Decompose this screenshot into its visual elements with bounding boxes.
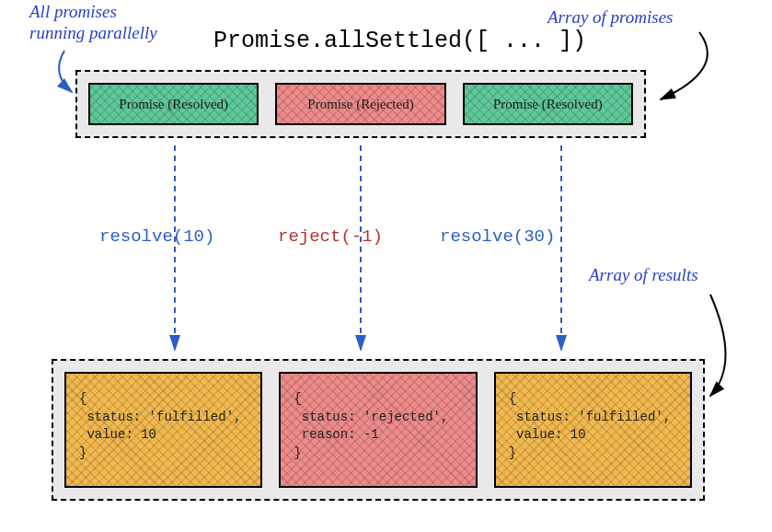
promise-label: Promise (Rejected) [307, 97, 413, 112]
annotation-array-promises: Array of promises [547, 7, 674, 29]
code-title: Promise.allSettled([ ... ]) [213, 28, 586, 54]
result-text: { status: 'fulfilled', value: 10 } [509, 391, 671, 460]
arrow-icon [661, 32, 708, 99]
promise-resolved-1: Promise (Resolved) [88, 83, 259, 125]
result-fulfilled-1: { status: 'fulfilled', value: 10 } [64, 372, 262, 488]
promise-rejected: Promise (Rejected) [275, 83, 445, 125]
action-resolve-1: resolve(10) [99, 226, 214, 247]
result-text: { status: 'fulfilled', value: 10 } [79, 391, 241, 460]
result-rejected: { status: 'rejected', reason: -1 } [279, 372, 477, 488]
promises-array-container: Promise (Resolved) Promise (Rejected) Pr… [75, 70, 646, 138]
promise-resolved-2: Promise (Resolved) [463, 83, 633, 125]
arrow-icon [59, 51, 72, 92]
action-reject: reject(-1) [278, 226, 383, 247]
promise-label: Promise (Resolved) [119, 97, 228, 112]
annotation-array-results: Array of results [589, 265, 698, 286]
arrow-icon [710, 295, 726, 396]
results-array-container: { status: 'fulfilled', value: 10 } { sta… [52, 359, 705, 501]
promise-label: Promise (Resolved) [493, 97, 603, 112]
result-text: { status: 'rejected', reason: -1 } [294, 391, 448, 460]
action-resolve-2: resolve(30) [440, 226, 555, 247]
result-fulfilled-2: { status: 'fulfilled', value: 10 } [494, 372, 692, 488]
annotation-parallel: All promises running parallelly [29, 2, 157, 44]
